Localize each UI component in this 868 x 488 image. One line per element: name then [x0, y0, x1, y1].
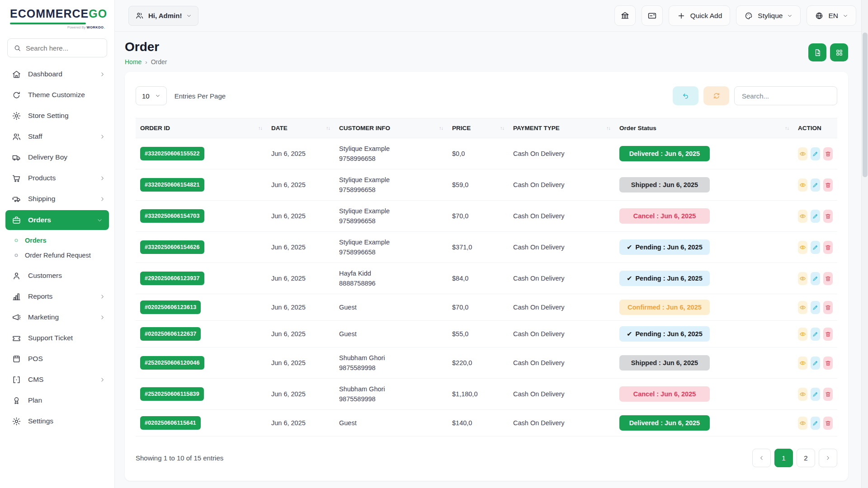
order-id-badge[interactable]: #2920250606123937 — [140, 272, 204, 285]
table-search-input[interactable] — [734, 86, 837, 105]
scrollbar-thumb[interactable] — [863, 33, 868, 177]
language-selector-button[interactable]: EN — [807, 5, 856, 26]
sidebar-item-plan[interactable]: Plan — [0, 390, 114, 411]
sidebar-item-theme-customize[interactable]: Theme Customize — [0, 84, 114, 105]
sidebar-item-marketing[interactable]: Marketing — [0, 307, 114, 328]
trash-icon — [825, 391, 831, 398]
sort-icon[interactable]: ↑↓ — [258, 125, 262, 131]
sidebar-item-pos[interactable]: POS — [0, 348, 114, 369]
sidebar-item-delivery-boy[interactable]: Delivery Boy — [0, 147, 114, 168]
sort-icon[interactable]: ↑↓ — [500, 125, 504, 131]
delete-order-button[interactable] — [823, 241, 833, 254]
order-id-badge[interactable]: #3320250606154626 — [140, 240, 204, 254]
edit-order-button[interactable] — [811, 241, 820, 254]
quick-add-button[interactable]: Quick Add — [669, 5, 731, 26]
column-header-customer-info[interactable]: CUSTOMER INFO↑↓ — [335, 118, 448, 138]
sidebar-item-label: Shipping — [28, 195, 55, 203]
order-id-badge[interactable]: #020250606122637 — [140, 327, 201, 341]
sidebar-item-dashboard[interactable]: Dashboard — [0, 64, 114, 84]
delete-order-button[interactable] — [823, 301, 833, 314]
edit-order-button[interactable] — [811, 388, 820, 401]
payment-type: Cash On Delivery — [513, 181, 565, 188]
breadcrumb-home-link[interactable]: Home — [125, 58, 142, 66]
export-button[interactable] — [808, 43, 826, 61]
status-cell: Cancel : Jun 6, 2025 — [615, 379, 793, 410]
view-order-button[interactable] — [798, 388, 807, 401]
view-order-button[interactable] — [798, 241, 807, 254]
delete-order-button[interactable] — [823, 357, 833, 370]
admin-menu-button[interactable]: Hi, Admin! — [128, 6, 198, 26]
sidebar-item-products[interactable]: Products — [0, 168, 114, 188]
app-logo[interactable]: ECOMMERCEGO Powered By WORKDO. — [0, 0, 114, 32]
sidebar-item-reports[interactable]: Reports — [0, 286, 114, 307]
sidebar-item-support-ticket[interactable]: Support Ticket — [0, 328, 114, 348]
column-header-price[interactable]: PRICE↑↓ — [448, 118, 509, 138]
delete-order-button[interactable] — [823, 272, 833, 285]
order-id-badge[interactable]: #3320250606154703 — [140, 209, 204, 223]
view-order-button[interactable] — [798, 178, 807, 192]
sidebar-item-settings[interactable]: Settings — [0, 411, 114, 432]
status-label: Shipped : Jun 6, 2025 — [631, 359, 698, 366]
delete-order-button[interactable] — [823, 388, 833, 401]
view-order-button[interactable] — [798, 147, 807, 160]
column-header-payment-type[interactable]: PAYMENT TYPE↑↓ — [509, 118, 615, 138]
edit-order-button[interactable] — [811, 272, 820, 285]
pagination-page-1[interactable]: 1 — [774, 449, 793, 467]
scrollbar[interactable] — [861, 0, 868, 488]
order-id-badge[interactable]: #3320250606154821 — [140, 178, 204, 192]
sort-icon[interactable]: ↑↓ — [606, 125, 610, 131]
pagination-prev-button[interactable] — [752, 449, 771, 467]
sidebar-item-store-setting[interactable]: Store Setting — [0, 105, 114, 126]
sidebar-item-cms[interactable]: CMS — [0, 369, 114, 390]
sidebar-item-orders[interactable]: Orders — [5, 210, 109, 230]
edit-order-button[interactable] — [811, 357, 820, 370]
column-header-order-status[interactable]: Order Status↑↓ — [615, 118, 793, 138]
pagination-page-2[interactable]: 2 — [797, 449, 815, 467]
order-id-badge[interactable]: #2520250606115839 — [140, 387, 204, 401]
sidebar-search[interactable] — [7, 38, 107, 57]
delete-order-button[interactable] — [823, 147, 833, 160]
column-label: PAYMENT TYPE — [513, 125, 560, 131]
theme-selector-button[interactable]: Stylique — [736, 5, 801, 26]
order-id-badge[interactable]: #3320250606155522 — [140, 147, 204, 160]
email-templates-button[interactable] — [642, 5, 663, 26]
edit-order-button[interactable] — [811, 328, 820, 341]
sidebar-item-shipping[interactable]: Shipping — [0, 188, 114, 209]
view-order-button[interactable] — [798, 357, 807, 370]
edit-order-button[interactable] — [811, 301, 820, 314]
sidebar-item-staff[interactable]: Staff — [0, 126, 114, 147]
order-id-badge[interactable]: #020250606123613 — [140, 300, 201, 314]
order-id-badge[interactable]: #020250606115641 — [140, 416, 201, 430]
view-order-button[interactable] — [798, 328, 807, 341]
sort-icon[interactable]: ↑↓ — [785, 125, 789, 131]
edit-order-button[interactable] — [811, 147, 820, 160]
sidebar-item-customers[interactable]: Customers — [0, 265, 114, 286]
delete-order-button[interactable] — [823, 328, 833, 341]
delete-order-button[interactable] — [823, 178, 833, 192]
sidebar-search-input[interactable] — [26, 44, 101, 52]
column-header-date[interactable]: DATE↑↓ — [267, 118, 335, 138]
column-header-order-id[interactable]: ORDER ID↑↓ — [136, 118, 267, 138]
order-id-badge[interactable]: #2520250606120046 — [140, 356, 204, 370]
storefront-button[interactable] — [614, 5, 636, 26]
undo-button[interactable] — [673, 86, 698, 105]
delete-order-button[interactable] — [823, 417, 833, 430]
sort-icon[interactable]: ↑↓ — [439, 125, 443, 131]
delete-order-button[interactable] — [823, 210, 833, 223]
sort-icon[interactable]: ↑↓ — [326, 125, 330, 131]
sidebar-subitem-orders[interactable]: Orders — [0, 233, 114, 248]
grid-view-button[interactable] — [830, 43, 848, 61]
customer-name: Stylique Example — [339, 206, 443, 216]
entries-per-page-select[interactable]: 10 — [136, 86, 167, 105]
refresh-button[interactable] — [703, 86, 729, 105]
view-order-button[interactable] — [798, 210, 807, 223]
edit-order-button[interactable] — [811, 417, 820, 430]
view-order-button[interactable] — [798, 272, 807, 285]
status-label: Pending : Jun 6, 2025 — [635, 244, 702, 251]
sidebar-subitem-order-refund-request[interactable]: Order Refund Request — [0, 248, 114, 263]
view-order-button[interactable] — [798, 301, 807, 314]
edit-order-button[interactable] — [811, 210, 820, 223]
view-order-button[interactable] — [798, 417, 807, 430]
pagination-next-button[interactable] — [819, 449, 837, 467]
edit-order-button[interactable] — [811, 178, 820, 192]
